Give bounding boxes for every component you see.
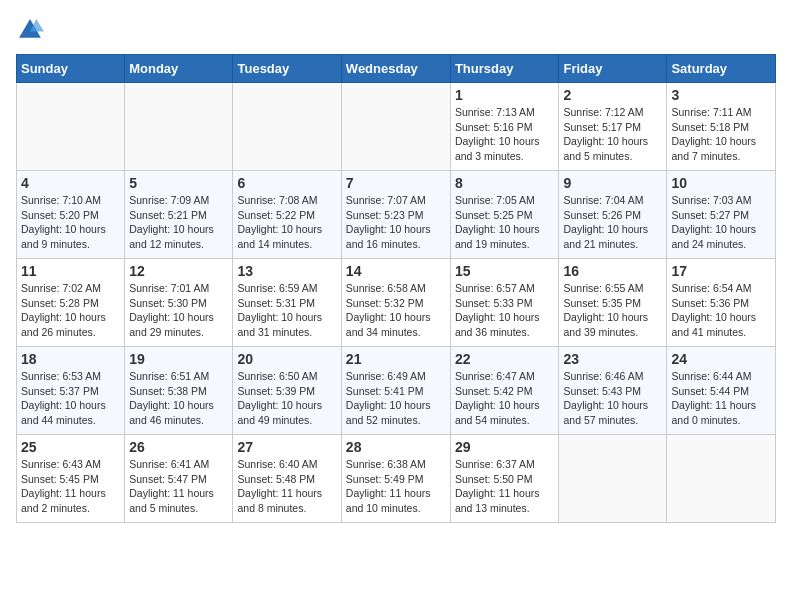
day-cell (667, 435, 776, 523)
day-cell: 5Sunrise: 7:09 AMSunset: 5:21 PMDaylight… (125, 171, 233, 259)
day-info: Sunrise: 7:11 AMSunset: 5:18 PMDaylight:… (671, 105, 771, 164)
col-header-wednesday: Wednesday (341, 55, 450, 83)
day-cell: 11Sunrise: 7:02 AMSunset: 5:28 PMDayligh… (17, 259, 125, 347)
day-number: 12 (129, 263, 228, 279)
day-number: 8 (455, 175, 555, 191)
day-number: 14 (346, 263, 446, 279)
day-number: 24 (671, 351, 771, 367)
day-number: 21 (346, 351, 446, 367)
day-number: 29 (455, 439, 555, 455)
day-info: Sunrise: 7:07 AMSunset: 5:23 PMDaylight:… (346, 193, 446, 252)
day-cell: 1Sunrise: 7:13 AMSunset: 5:16 PMDaylight… (450, 83, 559, 171)
day-number: 18 (21, 351, 120, 367)
col-header-saturday: Saturday (667, 55, 776, 83)
day-cell: 24Sunrise: 6:44 AMSunset: 5:44 PMDayligh… (667, 347, 776, 435)
day-number: 2 (563, 87, 662, 103)
day-number: 11 (21, 263, 120, 279)
day-cell: 25Sunrise: 6:43 AMSunset: 5:45 PMDayligh… (17, 435, 125, 523)
day-info: Sunrise: 7:04 AMSunset: 5:26 PMDaylight:… (563, 193, 662, 252)
day-cell: 23Sunrise: 6:46 AMSunset: 5:43 PMDayligh… (559, 347, 667, 435)
day-number: 19 (129, 351, 228, 367)
day-cell: 22Sunrise: 6:47 AMSunset: 5:42 PMDayligh… (450, 347, 559, 435)
day-info: Sunrise: 6:54 AMSunset: 5:36 PMDaylight:… (671, 281, 771, 340)
day-cell (341, 83, 450, 171)
day-number: 15 (455, 263, 555, 279)
page-header (16, 16, 776, 44)
day-number: 26 (129, 439, 228, 455)
day-cell: 6Sunrise: 7:08 AMSunset: 5:22 PMDaylight… (233, 171, 341, 259)
day-info: Sunrise: 7:02 AMSunset: 5:28 PMDaylight:… (21, 281, 120, 340)
day-cell: 10Sunrise: 7:03 AMSunset: 5:27 PMDayligh… (667, 171, 776, 259)
col-header-thursday: Thursday (450, 55, 559, 83)
day-info: Sunrise: 7:13 AMSunset: 5:16 PMDaylight:… (455, 105, 555, 164)
day-number: 5 (129, 175, 228, 191)
day-info: Sunrise: 6:57 AMSunset: 5:33 PMDaylight:… (455, 281, 555, 340)
calendar-table: SundayMondayTuesdayWednesdayThursdayFrid… (16, 54, 776, 523)
day-info: Sunrise: 6:38 AMSunset: 5:49 PMDaylight:… (346, 457, 446, 516)
day-info: Sunrise: 7:01 AMSunset: 5:30 PMDaylight:… (129, 281, 228, 340)
day-cell: 2Sunrise: 7:12 AMSunset: 5:17 PMDaylight… (559, 83, 667, 171)
col-header-monday: Monday (125, 55, 233, 83)
week-row-3: 11Sunrise: 7:02 AMSunset: 5:28 PMDayligh… (17, 259, 776, 347)
day-number: 20 (237, 351, 336, 367)
day-number: 17 (671, 263, 771, 279)
day-cell: 9Sunrise: 7:04 AMSunset: 5:26 PMDaylight… (559, 171, 667, 259)
day-cell: 12Sunrise: 7:01 AMSunset: 5:30 PMDayligh… (125, 259, 233, 347)
day-info: Sunrise: 7:12 AMSunset: 5:17 PMDaylight:… (563, 105, 662, 164)
day-cell: 19Sunrise: 6:51 AMSunset: 5:38 PMDayligh… (125, 347, 233, 435)
day-info: Sunrise: 7:10 AMSunset: 5:20 PMDaylight:… (21, 193, 120, 252)
day-info: Sunrise: 7:09 AMSunset: 5:21 PMDaylight:… (129, 193, 228, 252)
day-cell (233, 83, 341, 171)
day-cell (125, 83, 233, 171)
day-number: 6 (237, 175, 336, 191)
day-cell: 18Sunrise: 6:53 AMSunset: 5:37 PMDayligh… (17, 347, 125, 435)
day-cell: 16Sunrise: 6:55 AMSunset: 5:35 PMDayligh… (559, 259, 667, 347)
day-cell: 26Sunrise: 6:41 AMSunset: 5:47 PMDayligh… (125, 435, 233, 523)
day-info: Sunrise: 6:58 AMSunset: 5:32 PMDaylight:… (346, 281, 446, 340)
day-number: 10 (671, 175, 771, 191)
day-cell: 13Sunrise: 6:59 AMSunset: 5:31 PMDayligh… (233, 259, 341, 347)
day-info: Sunrise: 7:08 AMSunset: 5:22 PMDaylight:… (237, 193, 336, 252)
day-info: Sunrise: 6:44 AMSunset: 5:44 PMDaylight:… (671, 369, 771, 428)
day-cell (559, 435, 667, 523)
day-number: 25 (21, 439, 120, 455)
day-cell: 29Sunrise: 6:37 AMSunset: 5:50 PMDayligh… (450, 435, 559, 523)
day-cell (17, 83, 125, 171)
day-info: Sunrise: 6:40 AMSunset: 5:48 PMDaylight:… (237, 457, 336, 516)
day-info: Sunrise: 6:46 AMSunset: 5:43 PMDaylight:… (563, 369, 662, 428)
day-info: Sunrise: 6:41 AMSunset: 5:47 PMDaylight:… (129, 457, 228, 516)
day-cell: 4Sunrise: 7:10 AMSunset: 5:20 PMDaylight… (17, 171, 125, 259)
day-info: Sunrise: 6:37 AMSunset: 5:50 PMDaylight:… (455, 457, 555, 516)
day-info: Sunrise: 6:53 AMSunset: 5:37 PMDaylight:… (21, 369, 120, 428)
day-info: Sunrise: 6:43 AMSunset: 5:45 PMDaylight:… (21, 457, 120, 516)
day-cell: 17Sunrise: 6:54 AMSunset: 5:36 PMDayligh… (667, 259, 776, 347)
day-number: 23 (563, 351, 662, 367)
day-cell: 15Sunrise: 6:57 AMSunset: 5:33 PMDayligh… (450, 259, 559, 347)
day-info: Sunrise: 6:47 AMSunset: 5:42 PMDaylight:… (455, 369, 555, 428)
day-number: 27 (237, 439, 336, 455)
day-cell: 14Sunrise: 6:58 AMSunset: 5:32 PMDayligh… (341, 259, 450, 347)
day-number: 16 (563, 263, 662, 279)
day-number: 9 (563, 175, 662, 191)
day-number: 7 (346, 175, 446, 191)
logo-icon (16, 16, 44, 44)
col-header-friday: Friday (559, 55, 667, 83)
day-number: 13 (237, 263, 336, 279)
day-info: Sunrise: 6:59 AMSunset: 5:31 PMDaylight:… (237, 281, 336, 340)
day-info: Sunrise: 6:55 AMSunset: 5:35 PMDaylight:… (563, 281, 662, 340)
header-row: SundayMondayTuesdayWednesdayThursdayFrid… (17, 55, 776, 83)
day-info: Sunrise: 6:51 AMSunset: 5:38 PMDaylight:… (129, 369, 228, 428)
day-number: 22 (455, 351, 555, 367)
week-row-5: 25Sunrise: 6:43 AMSunset: 5:45 PMDayligh… (17, 435, 776, 523)
day-cell: 8Sunrise: 7:05 AMSunset: 5:25 PMDaylight… (450, 171, 559, 259)
day-cell: 27Sunrise: 6:40 AMSunset: 5:48 PMDayligh… (233, 435, 341, 523)
day-cell: 20Sunrise: 6:50 AMSunset: 5:39 PMDayligh… (233, 347, 341, 435)
day-cell: 3Sunrise: 7:11 AMSunset: 5:18 PMDaylight… (667, 83, 776, 171)
week-row-2: 4Sunrise: 7:10 AMSunset: 5:20 PMDaylight… (17, 171, 776, 259)
day-cell: 21Sunrise: 6:49 AMSunset: 5:41 PMDayligh… (341, 347, 450, 435)
week-row-4: 18Sunrise: 6:53 AMSunset: 5:37 PMDayligh… (17, 347, 776, 435)
day-cell: 28Sunrise: 6:38 AMSunset: 5:49 PMDayligh… (341, 435, 450, 523)
day-info: Sunrise: 6:50 AMSunset: 5:39 PMDaylight:… (237, 369, 336, 428)
col-header-sunday: Sunday (17, 55, 125, 83)
day-cell: 7Sunrise: 7:07 AMSunset: 5:23 PMDaylight… (341, 171, 450, 259)
